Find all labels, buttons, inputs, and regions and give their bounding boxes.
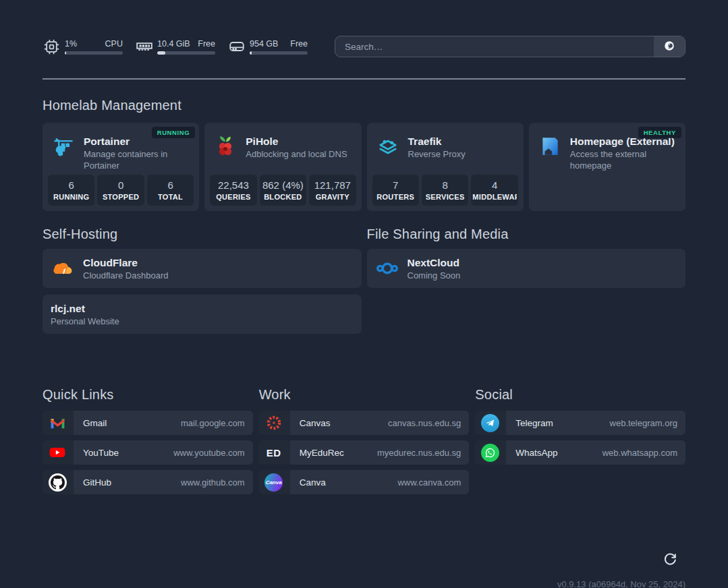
nextcloud-icon [375,256,399,281]
memory-value: 10.4 GiB [157,39,190,49]
stat-box: 862 (4%) BLOCKED [260,175,306,206]
disk-progress-fill [250,51,252,55]
stat-box: 22,543 QUERIES [210,175,256,206]
cpu-icon [43,38,61,56]
stat-label: QUERIES [216,193,251,201]
youtube-icon [43,440,72,465]
memory-progress-fill [157,51,165,55]
portainer-icon [51,135,76,160]
stat-label: SERVICES [426,193,465,201]
bookmark-url: www.github.com [181,477,245,488]
myedurec-icon: ED [259,440,289,465]
bookmark-myedurec[interactable]: ED MyEduRec myedurec.nus.edu.sg [259,440,470,465]
stat-value: 6 [69,179,74,192]
bookmark-url: canvas.nus.edu.sg [388,418,461,428]
bookmark-telegram[interactable]: Telegram web.telegram.org [475,411,685,435]
service-stats: 22,543 QUERIES 862 (4%) BLOCKED 121,787 … [210,175,356,206]
canvas-icon [259,411,289,435]
bookmark-body: Canva www.canva.com [290,470,470,494]
stat-box: 4 MIDDLEWARE [471,175,517,206]
stat-label: GRAVITY [316,193,349,201]
bookmark-gmail[interactable]: Gmail mail.google.com [43,411,253,435]
homepage-dashboard: 1% CPU 10.4 GiB [43,0,685,588]
stat-box: 121,787 GRAVITY [309,175,356,206]
stat-value: 121,787 [314,179,351,192]
bookmark-url: web.whatsapp.com [603,448,677,458]
bookmark-name: Telegram [515,418,553,428]
bookmark-name: YouTube [83,448,119,458]
bookmark-youtube[interactable]: YouTube www.youtube.com [43,440,253,465]
bookmark-canva[interactable]: Canva Canva www.canva.com [259,470,470,494]
bookmark-url: web.telegram.org [610,418,677,428]
card-text: Traefik Reverse Proxy [408,135,466,160]
stat-label: ROUTERS [376,193,414,201]
refresh-button[interactable] [662,552,678,568]
service-card-rlcj-net[interactable]: rlcj.net Personal Website [43,295,362,334]
memory-progressbar [157,51,215,55]
search-provider-button[interactable] [654,36,685,57]
bookmark-body: Canvas canvas.nus.edu.sg [290,411,470,435]
disk-label: Free [290,39,308,49]
bookmark-group-work: Work Canvas canvas.nus.edu.sg ED [259,387,470,500]
stat-box: 6 RUNNING [48,175,94,206]
service-description: Reverse Proxy [408,148,466,160]
telegram-icon [475,411,505,435]
bookmark-body: GitHub www.github.com [74,470,253,494]
bookmark-whatsapp[interactable]: WhatsApp web.whatsapp.com [475,440,685,465]
service-card-portainer[interactable]: RUNNING Portainer Ma [43,123,199,211]
bookmark-name: Gmail [83,418,107,428]
bookmark-group-social: Social Telegram web.telegram.org [475,387,685,470]
gmail-icon [43,411,72,435]
service-stats: 7 ROUTERS 8 SERVICES 4 MIDDLEWARE [372,175,518,206]
stat-box: 7 ROUTERS [372,175,419,206]
service-card-traefik[interactable]: Traefik Reverse Proxy 7 ROUTERS 8 SERVIC… [367,123,524,211]
memory-label: Free [198,39,215,49]
service-description: Adblocking and local DNS [246,148,347,160]
bookmarks-section: Quick Links Gmail mail.google.com [43,387,685,500]
canva-icon-text: Canva [266,479,282,486]
bookmark-url: www.youtube.com [173,448,245,458]
bookmark-url: myedurec.nus.edu.sg [377,448,461,458]
bookmark-github[interactable]: GitHub www.github.com [43,470,253,494]
bookmark-name: Canva [300,477,326,488]
stat-value: 6 [167,179,173,192]
service-card-homepage-external[interactable]: HEALTHY Homepage (Exte [529,123,685,211]
bookmark-body: MyEduRec myedurec.nus.edu.sg [290,440,470,465]
secondary-sections: Self-Hosting CloudFlare Cloudflare Dashb… [43,227,685,341]
footer [43,552,685,568]
filesharing-section: File Sharing and Media NextCloud Coming … [367,227,686,295]
refresh-icon [663,558,677,568]
cpu-widget: 1% CPU [43,38,123,56]
bookmark-name: MyEduRec [300,448,344,458]
bookmark-body: WhatsApp web.whatsapp.com [506,440,685,465]
stat-value: 862 (4%) [262,179,304,192]
selfhosting-section: Self-Hosting CloudFlare Cloudflare Dashb… [43,227,362,341]
bookmark-body: Telegram web.telegram.org [506,411,685,435]
service-card-cloudflare[interactable]: CloudFlare Cloudflare Dashboard [43,249,362,288]
disk-icon [227,38,246,56]
card-head: Homepage (External) Access the external … [534,135,680,171]
github-icon [43,470,72,494]
disk-widget: 954 GB Free [227,38,308,56]
card-text: PiHole Adblocking and local DNS [246,135,347,160]
search-input[interactable] [335,36,654,57]
stat-box: 6 TOTAL [147,175,194,206]
service-card-nextcloud[interactable]: NextCloud Coming Soon [367,249,686,288]
card-text: Homepage (External) Access the external … [570,135,680,171]
stat-label: TOTAL [158,193,183,201]
section-title-social: Social [475,387,685,403]
section-title-filesharing: File Sharing and Media [367,227,686,242]
traefik-icon [375,135,401,160]
bookmark-canvas[interactable]: Canvas canvas.nus.edu.sg [259,411,470,435]
cpu-label: CPU [105,39,123,49]
service-title: rlcj.net [51,302,119,315]
service-card-pihole[interactable]: PiHole Adblocking and local DNS 22,543 Q… [204,123,361,211]
cpu-progress-fill [65,51,66,55]
bookmark-name: GitHub [83,477,111,488]
stat-label: MIDDLEWARE [472,193,516,201]
divider [43,78,685,80]
service-description: Cloudflare Dashboard [83,270,168,281]
version-text: v0.9.13 (a06964d, Nov 25, 2024) [43,579,685,588]
bookmark-name: Canvas [300,418,331,428]
stat-box: 0 STOPPED [97,175,144,206]
